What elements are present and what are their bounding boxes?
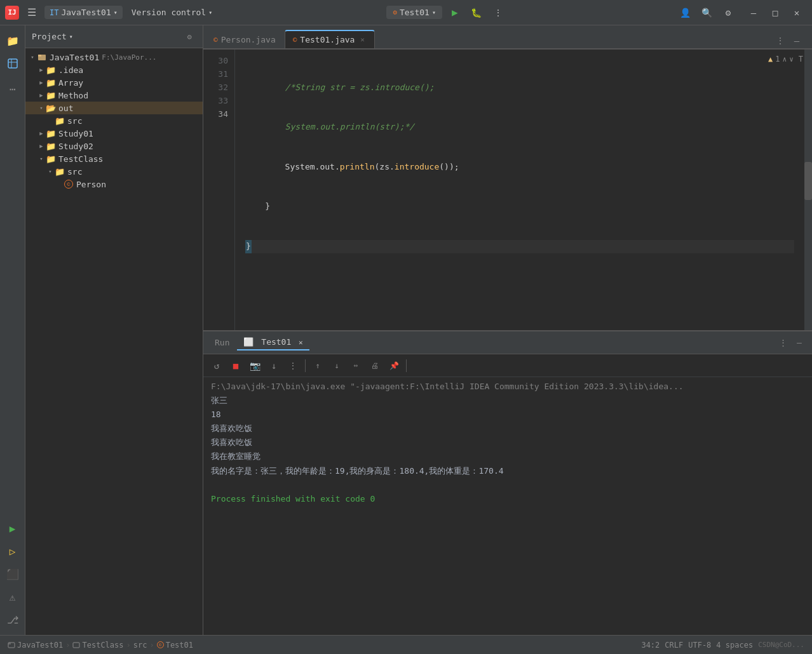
close-button[interactable]: ✕ bbox=[787, 4, 807, 22]
code-line-32: System.out.println(zs.introduce()); bbox=[245, 161, 794, 174]
scroll-to-end-button[interactable]: ↓ bbox=[266, 357, 282, 374]
project-root-path: F:\JavaPor... bbox=[102, 53, 156, 62]
breadcrumb-label: Test01 bbox=[166, 641, 193, 650]
version-control-menu[interactable]: Version control ▾ bbox=[126, 6, 217, 19]
run-tool-button[interactable]: ▶ bbox=[3, 518, 23, 538]
output-text: 我的名字是：张三，我的年龄是：19,我的身高是：180.4,我的体重是：170.… bbox=[211, 466, 504, 476]
run-config-selector[interactable]: ⚙ Test01 ▾ bbox=[386, 6, 442, 19]
run-button[interactable]: ▶ bbox=[446, 4, 464, 22]
indent-selector[interactable]: 4 spaces bbox=[716, 641, 753, 650]
tab-close-button[interactable]: ✕ bbox=[358, 36, 367, 44]
settings-button[interactable]: ⚙ bbox=[719, 4, 737, 22]
scroll-up-button[interactable]: ↑ bbox=[309, 357, 326, 374]
hamburger-menu-button[interactable]: ☰ bbox=[23, 4, 41, 22]
search-everywhere-button[interactable]: 🔍 bbox=[698, 4, 715, 22]
tab-test01-java[interactable]: © Test01.java ✕ bbox=[285, 30, 376, 48]
expand-arrow: ▶ bbox=[37, 129, 46, 138]
more-run-options-button[interactable]: ⋮ bbox=[489, 4, 507, 22]
breadcrumb-separator: › bbox=[65, 641, 70, 650]
encoding-label: UTF-8 bbox=[688, 641, 711, 650]
debug-tool-button[interactable]: ▷ bbox=[3, 541, 23, 561]
left-tool-sidebar: 📁 ⋯ ▶ ▷ ⬛ ⚠ ⎇ bbox=[0, 25, 25, 635]
pin-button[interactable]: 📌 bbox=[386, 357, 402, 374]
line-num-33: 33 bbox=[203, 95, 228, 108]
run-tab-test01[interactable]: ⬜ Test01 ✕ bbox=[237, 335, 309, 350]
encoding-selector[interactable]: UTF-8 bbox=[688, 641, 711, 650]
line-num-30: 30 bbox=[203, 55, 228, 68]
project-switcher[interactable]: IT JavaTest01 ▾ bbox=[44, 6, 123, 19]
svg-rect-0 bbox=[8, 59, 17, 68]
output-text: 张三 bbox=[211, 396, 227, 405]
tree-item-method[interactable]: ▶ 📁 Method bbox=[25, 89, 203, 102]
profile-button[interactable]: 👤 bbox=[676, 4, 694, 22]
restore-button[interactable]: □ bbox=[765, 4, 785, 22]
folder-icon: 📁 bbox=[46, 65, 56, 75]
terminal-button[interactable]: ⬛ bbox=[3, 564, 23, 584]
breadcrumb-item[interactable]: src bbox=[133, 641, 147, 650]
code-token: /*String str = zs.introduce(); bbox=[245, 81, 434, 95]
folder-icon: 📁 bbox=[55, 116, 65, 126]
tab-person-java[interactable]: © Person.java bbox=[206, 31, 283, 48]
run-tab-close-button[interactable]: ✕ bbox=[299, 338, 303, 347]
output-text: 我在教室睡觉 bbox=[211, 451, 261, 461]
minimize-editor-button[interactable]: — bbox=[789, 33, 804, 48]
code-line-31: System.out.println(str);*/ bbox=[245, 121, 794, 134]
tree-item-out[interactable]: ▾ 📂 out bbox=[25, 102, 203, 114]
tree-item-label: out bbox=[58, 103, 73, 113]
git-button[interactable]: ⎇ bbox=[3, 610, 23, 630]
warning-nav-up[interactable]: ∧ bbox=[783, 55, 787, 63]
csdn-label: CSDN@CoD... bbox=[758, 641, 804, 649]
scroll-down-button[interactable]: ↓ bbox=[328, 357, 345, 374]
structure-tool-button[interactable] bbox=[3, 53, 23, 74]
breadcrumb-item[interactable]: TestClass bbox=[72, 641, 123, 650]
tree-item-study01[interactable]: ▶ 📁 Study01 bbox=[25, 127, 203, 140]
stop-button[interactable]: ■ bbox=[227, 357, 244, 374]
project-tool-button[interactable]: 📁 bbox=[3, 30, 23, 51]
wrap-output-button[interactable]: ⇔ bbox=[348, 357, 364, 374]
panel-settings-button[interactable]: ⚙ bbox=[182, 30, 196, 44]
editor-vertical-scrollbar[interactable] bbox=[804, 50, 812, 330]
cursor-position[interactable]: 34:2 bbox=[641, 641, 660, 650]
tree-item-src-testclass[interactable]: ▾ 📁 src bbox=[25, 165, 203, 178]
run-more-button[interactable]: ⋮ bbox=[285, 357, 301, 374]
screenshot-button[interactable]: 📷 bbox=[247, 357, 263, 374]
scrollbar-thumb[interactable] bbox=[804, 162, 812, 200]
breadcrumb-item[interactable]: © Test01 bbox=[157, 641, 193, 650]
tab-bar-actions: ⋮ — bbox=[773, 33, 809, 48]
app-icon: IJ bbox=[5, 6, 19, 20]
code-token: } bbox=[245, 200, 270, 213]
project-panel-title-label: Project bbox=[32, 32, 67, 41]
code-token: . bbox=[335, 161, 340, 174]
cursor-pos-label: 34:2 bbox=[641, 641, 660, 650]
minimize-button[interactable]: — bbox=[743, 4, 764, 22]
code-editor-content[interactable]: /*String str = zs.introduce(); System.ou… bbox=[235, 50, 804, 330]
output-line-4: 我喜欢吃饭 bbox=[211, 436, 804, 450]
debug-button[interactable]: 🐛 bbox=[468, 4, 485, 22]
tree-item-array[interactable]: ▶ 📁 Array bbox=[25, 76, 203, 89]
problems-button[interactable]: ⚠ bbox=[3, 587, 23, 607]
tree-item-person[interactable]: © Person bbox=[25, 178, 203, 190]
output-line-3: 我喜欢吃饭 bbox=[211, 422, 804, 436]
rerun-button[interactable]: ↺ bbox=[208, 357, 225, 374]
output-text: 我喜欢吃饭 bbox=[211, 437, 252, 447]
run-tab-label[interactable]: Run bbox=[208, 335, 236, 350]
tree-item-study02[interactable]: ▶ 📁 Study02 bbox=[25, 140, 203, 152]
breadcrumb-item[interactable]: JavaTest01 bbox=[8, 641, 63, 650]
more-tools-button[interactable]: ⋯ bbox=[3, 79, 23, 99]
code-token: out bbox=[320, 161, 334, 174]
code-line-33: } bbox=[245, 200, 794, 213]
project-panel-title[interactable]: Project ▾ bbox=[32, 32, 73, 41]
tab-options-button[interactable]: ⋮ bbox=[773, 33, 788, 48]
print-button[interactable]: 🖨 bbox=[367, 357, 383, 374]
tree-item-idea[interactable]: ▶ 📁 .idea bbox=[25, 63, 203, 76]
tree-item-label: .idea bbox=[58, 65, 83, 75]
line-ending-selector[interactable]: CRLF bbox=[665, 641, 683, 650]
breadcrumb-separator: › bbox=[126, 641, 131, 650]
warning-nav-down[interactable]: ∨ bbox=[789, 55, 794, 63]
run-panel-minimize-button[interactable]: — bbox=[792, 335, 807, 350]
tree-item-testclass[interactable]: ▾ 📁 TestClass bbox=[25, 152, 203, 165]
tree-item-src-out[interactable]: 📁 src bbox=[25, 114, 203, 127]
run-panel-options-button[interactable]: ⋮ bbox=[775, 335, 790, 350]
tree-root-item[interactable]: ▾ JavaTest01 F:\JavaPor... bbox=[25, 51, 203, 63]
project-root-label: JavaTest01 bbox=[50, 53, 99, 62]
